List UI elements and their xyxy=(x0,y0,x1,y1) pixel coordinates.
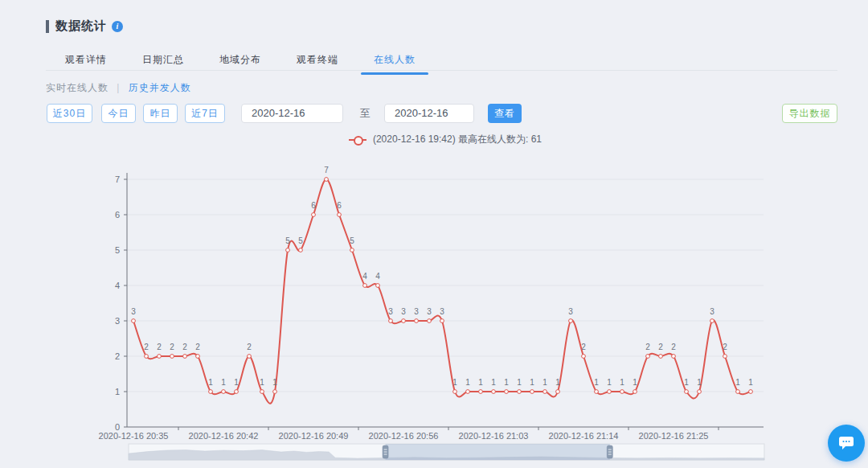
data-point xyxy=(222,390,226,394)
data-point xyxy=(170,355,174,359)
chat-support-button[interactable] xyxy=(828,425,865,462)
data-point-label: 4 xyxy=(362,272,367,281)
tab-region-distribution[interactable]: 地域分布 xyxy=(219,50,261,75)
data-point xyxy=(248,355,252,359)
x-axis-label: 2020-12-16 20:56 xyxy=(369,431,439,441)
datazoom-selected-window[interactable] xyxy=(386,444,610,460)
range-last30days-button[interactable]: 近30日 xyxy=(47,104,92,123)
y-axis-label: 2 xyxy=(115,351,120,361)
data-point xyxy=(132,319,136,323)
data-point xyxy=(466,390,470,394)
data-point xyxy=(415,319,419,323)
tab-watch-terminal[interactable]: 观看终端 xyxy=(297,50,338,75)
data-point xyxy=(158,355,162,359)
data-point xyxy=(698,390,702,394)
realtime-online-label: 实时在线人数 xyxy=(46,82,108,93)
data-point xyxy=(582,355,586,359)
data-point-label: 2 xyxy=(723,343,727,351)
data-point-label: 2 xyxy=(144,343,149,351)
line-series xyxy=(133,179,751,404)
data-point xyxy=(620,390,624,394)
chart-legend[interactable]: (2020-12-16 19:42) 最高在线人数为: 61 xyxy=(127,133,764,146)
data-point-label: 3 xyxy=(401,307,406,316)
data-point-label: 4 xyxy=(375,272,380,281)
y-axis-label: 7 xyxy=(115,174,120,184)
range-today-button[interactable]: 今日 xyxy=(101,104,136,123)
x-axis-label: 2020-12-16 20:42 xyxy=(189,431,259,441)
data-point xyxy=(325,178,329,182)
data-point-label: 1 xyxy=(542,378,547,387)
data-point-label: 1 xyxy=(748,378,753,387)
data-point xyxy=(376,284,380,288)
data-point-label: 2 xyxy=(645,343,650,351)
data-point-label: 1 xyxy=(633,378,637,387)
data-point-label: 7 xyxy=(324,166,329,174)
data-point-label: 2 xyxy=(195,343,200,351)
data-point-label: 3 xyxy=(414,307,419,316)
data-point xyxy=(530,390,534,394)
data-point xyxy=(749,390,753,394)
data-point-label: 1 xyxy=(465,378,470,387)
chart-area: 012345672020-12-16 20:352020-12-16 20:42… xyxy=(0,153,868,468)
data-point-label: 1 xyxy=(234,378,239,387)
tab-online-users[interactable]: 在线人数 xyxy=(374,50,416,75)
end-date-input[interactable]: 2020-12-16 xyxy=(384,104,474,123)
start-date-input[interactable]: 2020-12-16 xyxy=(241,104,343,123)
data-point xyxy=(608,390,612,394)
subnav-separator: | xyxy=(117,82,120,93)
info-icon[interactable]: i xyxy=(112,21,123,32)
y-axis-label: 6 xyxy=(115,210,120,220)
data-point xyxy=(145,355,149,359)
range-yesterday-button[interactable]: 昨日 xyxy=(143,104,178,123)
data-point-label: 1 xyxy=(530,378,534,387)
data-point xyxy=(518,390,522,394)
data-point xyxy=(492,390,496,394)
data-point xyxy=(428,319,432,323)
data-point-label: 2 xyxy=(658,343,663,351)
data-point-label: 1 xyxy=(735,378,740,387)
page-title: 数据统计 xyxy=(55,18,107,34)
y-axis-label: 1 xyxy=(115,387,120,396)
data-point-label: 1 xyxy=(607,378,612,387)
data-point xyxy=(723,355,727,359)
data-point xyxy=(479,390,483,394)
range-last7days-button[interactable]: 近7日 xyxy=(185,104,225,123)
data-point xyxy=(569,319,573,323)
data-point-label: 6 xyxy=(337,201,342,210)
data-point xyxy=(312,213,316,217)
y-axis-label: 4 xyxy=(115,281,120,290)
data-point-label: 1 xyxy=(517,378,522,387)
data-point-label: 2 xyxy=(581,343,586,351)
data-point-label: 2 xyxy=(247,343,252,351)
y-axis-label: 3 xyxy=(115,316,120,326)
data-point-label: 1 xyxy=(594,378,599,387)
data-point xyxy=(710,319,714,323)
data-point xyxy=(505,390,509,394)
data-point xyxy=(235,390,239,394)
data-point-label: 1 xyxy=(504,378,509,387)
data-point xyxy=(183,355,187,359)
y-axis-label: 5 xyxy=(115,245,120,255)
data-point-label: 3 xyxy=(710,307,714,316)
tab-divider xyxy=(46,70,837,71)
x-axis-label: 2020-12-16 21:25 xyxy=(639,431,709,441)
data-point-label: 5 xyxy=(298,236,303,245)
data-point-label: 1 xyxy=(260,378,264,387)
data-point-label: 1 xyxy=(272,378,277,387)
export-data-button[interactable]: 导出数据 xyxy=(782,104,837,123)
tab-watch-detail[interactable]: 观看详情 xyxy=(65,50,107,75)
data-point-label: 5 xyxy=(350,236,354,245)
tab-date-summary[interactable]: 日期汇总 xyxy=(142,50,184,75)
x-axis-label: 2020-12-16 21:14 xyxy=(549,431,619,441)
view-button[interactable]: 查看 xyxy=(488,104,522,123)
data-point-label: 1 xyxy=(208,378,213,387)
data-point xyxy=(402,319,406,323)
data-point xyxy=(659,355,663,359)
data-point xyxy=(389,319,393,323)
data-point-label: 1 xyxy=(221,378,226,387)
data-point xyxy=(299,248,303,252)
data-point xyxy=(736,390,740,394)
history-concurrent-link[interactable]: 历史并发人数 xyxy=(129,82,191,93)
legend-text: (2020-12-16 19:42) 最高在线人数为: 61 xyxy=(373,133,542,146)
data-point xyxy=(633,390,637,394)
